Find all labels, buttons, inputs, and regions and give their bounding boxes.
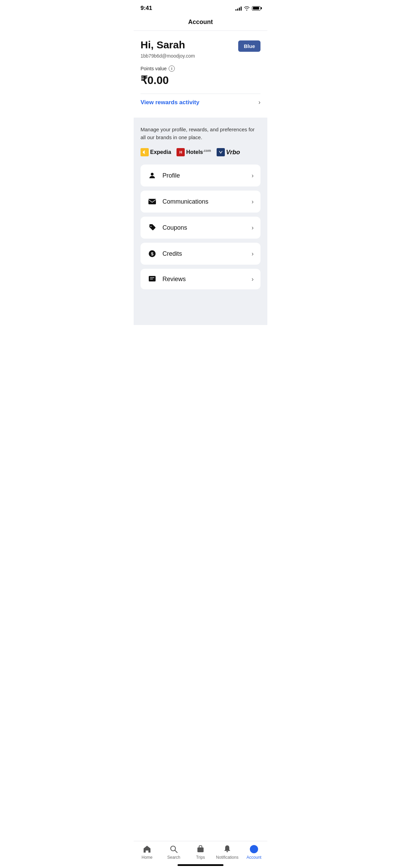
rewards-activity-link[interactable]: View rewards activity › — [141, 94, 260, 111]
points-label: Points value i — [141, 65, 260, 72]
communications-chevron-icon: › — [252, 198, 254, 205]
svg-rect-2 — [219, 150, 223, 154]
credits-chevron-icon: › — [252, 250, 254, 257]
info-icon[interactable]: i — [169, 65, 175, 72]
hotels-icon: H — [177, 148, 185, 156]
chevron-right-icon: › — [258, 99, 260, 106]
reviews-chevron-icon: › — [252, 276, 254, 283]
account-section: Hi, Sarah Blue 1bb79b6d@moodjoy.com Poin… — [134, 31, 267, 118]
menu-list: Profile › Communications › — [141, 165, 260, 289]
status-time: 9:41 — [141, 5, 152, 12]
battery-icon — [252, 6, 260, 11]
svg-rect-4 — [148, 199, 156, 204]
reviews-menu-item[interactable]: Reviews › — [141, 269, 260, 289]
account-header: Hi, Sarah Blue — [141, 39, 260, 52]
person-icon — [147, 171, 157, 180]
rewards-link-text: View rewards activity — [141, 99, 199, 106]
communications-label: Communications — [162, 198, 208, 205]
brands-row: Expedia H Hotels.com Vrbo — [141, 148, 260, 156]
status-bar: 9:41 — [134, 0, 267, 14]
tier-badge: Blue — [238, 40, 260, 52]
reviews-icon — [147, 274, 157, 284]
wifi-icon — [244, 6, 250, 11]
vrbo-icon — [217, 148, 225, 156]
svg-marker-1 — [145, 150, 147, 154]
credits-label: Credits — [162, 250, 182, 257]
svg-rect-8 — [149, 276, 156, 281]
profile-menu-item[interactable]: Profile › — [141, 165, 260, 186]
svg-point-3 — [151, 173, 154, 176]
points-value: ₹0.00 — [141, 74, 260, 87]
hotels-text: Hotels.com — [186, 149, 211, 155]
coupons-label: Coupons — [162, 224, 187, 231]
page-title: Account — [188, 19, 213, 25]
envelope-icon — [147, 197, 157, 206]
credits-menu-item[interactable]: $ Credits › — [141, 243, 260, 265]
expedia-brand: Expedia — [141, 148, 171, 156]
reviews-label: Reviews — [162, 276, 186, 283]
status-icons — [235, 6, 260, 11]
manage-section: Manage your profile, rewards, and prefer… — [134, 118, 267, 325]
section-description: Manage your profile, rewards, and prefer… — [141, 126, 260, 141]
greeting-text: Hi, Sarah — [141, 39, 185, 51]
profile-chevron-icon: › — [252, 172, 254, 179]
expedia-icon — [141, 148, 149, 156]
profile-label: Profile — [162, 172, 180, 179]
hotels-brand: H Hotels.com — [177, 148, 211, 156]
svg-point-5 — [150, 226, 151, 227]
expedia-text: Expedia — [150, 149, 171, 155]
coupons-menu-item[interactable]: Coupons › — [141, 217, 260, 239]
tag-icon — [147, 223, 157, 232]
dollar-icon: $ — [147, 249, 157, 258]
email-text: 1bb79b6d@moodjoy.com — [141, 53, 260, 59]
page-header: Account — [134, 14, 267, 31]
signal-icon — [235, 6, 242, 11]
coupons-chevron-icon: › — [252, 224, 254, 231]
vrbo-brand: Vrbo — [217, 148, 240, 156]
svg-text:$: $ — [151, 251, 154, 256]
communications-menu-item[interactable]: Communications › — [141, 191, 260, 213]
vrbo-text: Vrbo — [226, 149, 240, 156]
